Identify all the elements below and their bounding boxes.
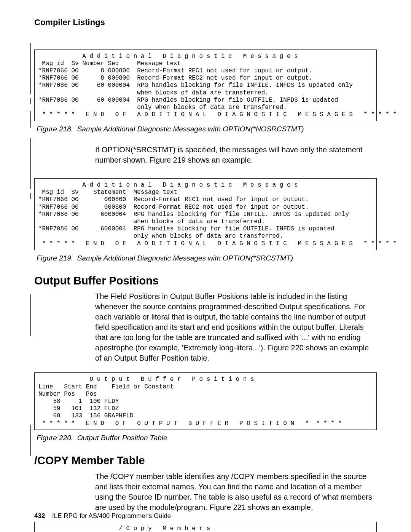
running-head: Compiler Listings xyxy=(34,17,377,28)
figure-221-listing: / C o p y M e m b e r s Line Src RPG nam… xyxy=(38,525,373,532)
figure-219-listing: A d d i t i o n a l D i a g n o s t i c … xyxy=(38,182,373,248)
paragraph-srcstmt: If OPTION(*SRCSTMT) is specified, the me… xyxy=(95,145,377,165)
figure-220-box: O u t p u t B u f f e r P o s i t i o n … xyxy=(34,372,377,430)
page: Compiler Listings A d d i t i o n a l D … xyxy=(0,0,411,532)
change-bar xyxy=(30,111,31,128)
change-bar xyxy=(30,98,31,104)
figure-218-caption: Figure 218. Sample Additional Diagnostic… xyxy=(37,124,377,134)
figure-220-caption: Figure 220. Output Buffer Position Table xyxy=(37,433,377,443)
figure-220-listing: O u t p u t B u f f e r P o s i t i o n … xyxy=(38,376,373,427)
heading-output-buffer: Output Buffer Positions xyxy=(34,273,377,288)
figure-219-box: A d d i t i o n a l D i a g n o s t i c … xyxy=(34,178,377,250)
footer-title: ILE RPG for AS/400 Programmer's Guide xyxy=(52,512,171,519)
paragraph-copy-member: The /COPY member table identifies any /C… xyxy=(95,471,377,513)
page-number: 432 xyxy=(34,512,45,519)
figure-221-box: / C o p y M e m b e r s Line Src RPG nam… xyxy=(34,522,377,532)
change-bar xyxy=(30,294,31,336)
change-bar xyxy=(30,425,31,456)
figure-219-caption: Figure 219. Sample Additional Diagnostic… xyxy=(37,253,377,263)
change-bar xyxy=(30,138,31,189)
figure-218-listing: A d d i t i o n a l D i a g n o s t i c … xyxy=(38,53,373,119)
page-footer: 432 ILE RPG for AS/400 Programmer's Guid… xyxy=(34,512,171,521)
paragraph-output-buffer: The Field Positions in Output Buffer Pos… xyxy=(95,291,377,363)
figure-218-box: A d d i t i o n a l D i a g n o s t i c … xyxy=(34,50,377,121)
heading-copy-member: /COPY Member Table xyxy=(34,453,377,468)
change-bar xyxy=(30,193,31,199)
change-bar xyxy=(30,43,31,94)
